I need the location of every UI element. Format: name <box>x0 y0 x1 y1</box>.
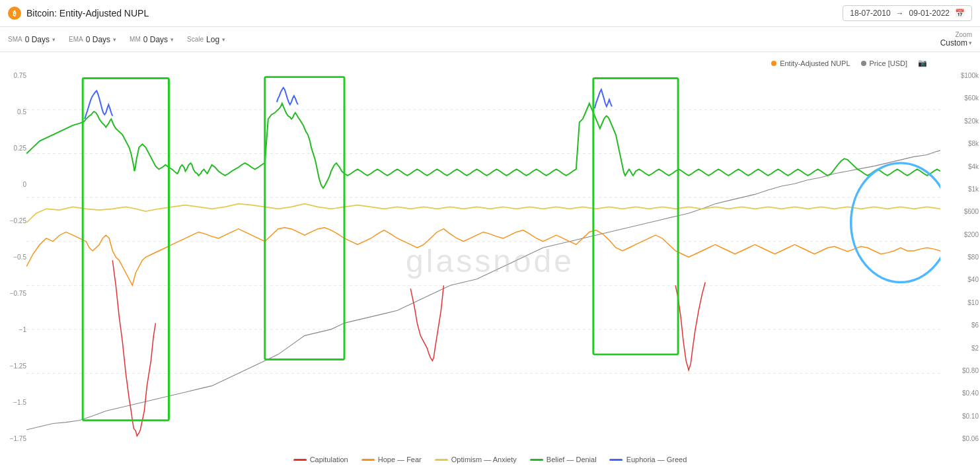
sma-control[interactable]: SMA 0 Days ▾ <box>8 35 56 44</box>
optimism-anxiety-line <box>435 459 448 461</box>
ema-control[interactable]: EMA 0 Days ▾ <box>69 35 116 44</box>
price-010: $0.10 <box>944 413 979 420</box>
legend-capitulation: Capitulation <box>293 456 348 463</box>
capitulation-line <box>293 459 307 461</box>
price-40: $40 <box>944 276 979 283</box>
price-2: $2 <box>944 345 979 352</box>
camera-icon[interactable]: 📷 <box>918 59 927 67</box>
hope-fear-line <box>361 459 375 461</box>
price-10: $10 <box>944 299 979 306</box>
price-6: $6 <box>944 322 979 329</box>
zoom-value: Custom <box>940 38 967 48</box>
price-600: $600 <box>944 208 979 215</box>
y-label-025: 0.25 <box>1 145 26 152</box>
euphoria-greed-label: Euphoria — Greed <box>626 456 687 463</box>
date-start: 18-07-2010 <box>850 9 890 18</box>
price-080: $0.80 <box>944 367 979 374</box>
y-axis-right: $100k $60k $20k $8k $4k $1k $600 $200 $8… <box>944 72 979 442</box>
legend-optimism-anxiety: Optimism — Anxiety <box>435 456 517 463</box>
belief-denial-line <box>530 459 543 461</box>
price-4k: $4k <box>944 163 979 170</box>
date-end: 09-01-2022 <box>909 9 950 18</box>
scale-label: Scale <box>187 36 204 43</box>
sma-chevron: ▾ <box>52 36 56 43</box>
toolbar: SMA 0 Days ▾ EMA 0 Days ▾ MM 0 Days ▾ Sc… <box>0 27 980 52</box>
ema-chevron: ▾ <box>113 36 116 43</box>
sma-label: SMA <box>8 36 22 43</box>
mm-label: MM <box>130 36 141 43</box>
ema-value: 0 Days <box>86 35 110 44</box>
zoom-label: Zoom <box>955 31 972 38</box>
y-label-075: 0.75 <box>1 72 26 79</box>
calendar-icon: 📅 <box>955 9 965 18</box>
svg-rect-8 <box>265 77 344 360</box>
optimism-anxiety-label: Optimism — Anxiety <box>451 456 517 463</box>
y-label-n175: −1.75 <box>1 435 26 442</box>
price-1k: $1k <box>944 186 979 193</box>
zoom-chevron: ▾ <box>969 40 972 46</box>
price-100k: $100k <box>944 72 979 79</box>
price-60k: $60k <box>944 94 979 102</box>
euphoria-greed-line <box>610 459 623 461</box>
price-80: $80 <box>944 254 979 261</box>
price-040: $0.40 <box>944 390 979 397</box>
mm-value: 0 Days <box>143 35 168 44</box>
belief-denial-label: Belief — Denial <box>547 456 597 463</box>
ema-label: EMA <box>69 36 83 43</box>
title-area: ₿ Bitcoin: Entity-Adjusted NUPL <box>8 7 832 20</box>
mm-control[interactable]: MM 0 Days ▾ <box>130 35 174 44</box>
legend-belief-denial: Belief — Denial <box>530 456 597 463</box>
price-legend-label: Price [USD] <box>870 59 907 67</box>
chart-svg <box>26 72 940 442</box>
nupl-legend-item: Entity-Adjusted NUPL <box>771 59 850 67</box>
svg-point-10 <box>851 163 940 283</box>
price-legend-dot <box>861 61 866 66</box>
y-label-n075: −0.75 <box>1 290 26 297</box>
date-range[interactable]: 18-07-2010 → 09-01-2022 📅 <box>843 5 972 21</box>
sma-value: 0 Days <box>25 35 50 44</box>
scale-chevron: ▾ <box>222 36 225 43</box>
price-8k: $8k <box>944 140 979 147</box>
price-20k: $20k <box>944 118 979 125</box>
y-label-0: 0 <box>1 181 26 188</box>
price-200: $200 <box>944 231 979 238</box>
mm-chevron: ▾ <box>170 36 174 43</box>
nupl-legend-label: Entity-Adjusted NUPL <box>780 59 850 67</box>
chart-container: Entity-Adjusted NUPL Price [USD] 📷 <box>0 52 980 469</box>
btc-icon: ₿ <box>8 7 21 20</box>
zoom-control[interactable]: Zoom Custom ▾ <box>940 31 972 48</box>
capitulation-label: Capitulation <box>310 456 348 463</box>
chart-title: Bitcoin: Entity-Adjusted NUPL <box>26 8 149 18</box>
nupl-legend-dot <box>771 61 776 66</box>
scale-value: Log <box>206 35 219 44</box>
chart-legend: Entity-Adjusted NUPL Price [USD] 📷 <box>771 59 927 67</box>
bottom-legend: Capitulation Hope — Fear Optimism — Anxi… <box>293 456 687 463</box>
legend-euphoria-greed: Euphoria — Greed <box>610 456 687 463</box>
svg-rect-9 <box>593 79 678 355</box>
y-label-n025: −0.25 <box>1 217 26 224</box>
price-legend-item: Price [USD] <box>861 59 907 67</box>
hope-fear-label: Hope — Fear <box>378 456 422 463</box>
y-label-05: 0.5 <box>1 108 26 116</box>
y-label-n125: −1.25 <box>1 362 26 370</box>
y-label-n1: −1 <box>1 326 26 333</box>
y-label-n05: −0.5 <box>1 254 26 261</box>
y-label-n15: −1.5 <box>1 399 26 406</box>
y-axis-left: 0.75 0.5 0.25 0 −0.25 −0.5 −0.75 −1 −1.2… <box>1 72 26 442</box>
price-006: $0.06 <box>944 435 979 442</box>
header: ₿ Bitcoin: Entity-Adjusted NUPL 18-07-20… <box>0 0 980 27</box>
date-arrow: → <box>896 9 904 18</box>
legend-hope-fear: Hope — Fear <box>361 456 422 463</box>
scale-control[interactable]: Scale Log ▾ <box>187 35 225 44</box>
